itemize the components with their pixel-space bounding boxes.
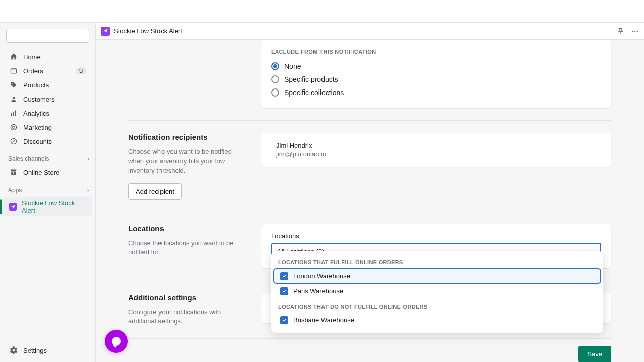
dropdown-group-heading: LOCATIONS THAT FULFILL ONLINE ORDERS [271,256,603,268]
recipients-desc: Choose who you want to be notified when … [128,147,249,176]
global-topbar [0,0,644,23]
nav-label: Orders [23,67,43,75]
location-option-brisbane[interactable]: Brisbane Warehouse [273,313,601,328]
locations-field-label: Locations [271,232,601,240]
home-icon [9,52,18,61]
svg-rect-3 [13,112,14,116]
chevron-right-icon: › [87,187,89,194]
locations-title: Locations [128,224,249,233]
nav-discounts[interactable]: Discounts [3,135,92,148]
nav-home[interactable]: Home [3,50,92,63]
svg-rect-0 [11,69,16,73]
dropdown-group-heading: LOCATIONS THAT DO NOT FULFILL ONLINE ORD… [271,301,603,313]
svg-rect-2 [11,113,12,116]
orders-icon [9,66,18,75]
svg-point-8 [632,30,633,31]
radio-label: Specific collections [284,88,344,97]
marketing-icon [9,123,18,132]
svg-point-5 [11,124,16,130]
location-label: London Warehouse [293,272,350,280]
nav-label: Online Store [23,169,59,176]
checkbox-checked-icon [280,287,288,295]
pin-icon[interactable] [617,27,625,35]
nav-label: Settings [23,347,47,354]
store-icon [9,168,18,177]
sidebar: Home Orders 9 Products Customers Analyti… [0,23,96,362]
products-icon [9,80,18,89]
nav-customers[interactable]: Customers [3,93,92,106]
nav-label: Home [23,53,41,61]
app-icon [9,203,17,211]
nav-label: Customers [23,96,55,103]
sales-channels-heading[interactable]: Sales channels › [0,148,95,165]
section-recipients: Notification recipients Choose who you w… [128,121,611,212]
nav-online-store[interactable]: Online Store [3,166,92,179]
analytics-icon [9,109,18,118]
apps-heading[interactable]: Apps › [0,179,95,197]
location-label: Paris Warehouse [293,287,343,295]
radio-specific-products[interactable]: Specific products [271,73,601,86]
discounts-icon [9,137,18,146]
more-icon[interactable] [631,27,639,35]
nav-label: Stockie Low Stock Alert [22,199,86,214]
chat-widget[interactable] [105,330,128,353]
nav-label: Discounts [23,138,52,145]
nav-analytics[interactable]: Analytics [3,107,92,120]
additional-desc: Configure your notifications with additi… [128,308,249,327]
app-titlebar: Stockie Low Stock Alert [96,23,644,40]
section-locations: Locations Choose the locations you want … [128,212,611,281]
add-recipient-button[interactable]: Add recipient [128,183,182,200]
recipient-email: jimi@plutonian.io [276,150,601,158]
locations-desc: Choose the locations you want to be noti… [128,239,249,258]
section-exclude: EXCLUDE FROM THIS NOTIFICATION None Spec… [128,40,611,121]
customers-icon [9,95,18,104]
nav-marketing[interactable]: Marketing [3,121,92,134]
search-input[interactable] [6,29,89,43]
gear-icon [9,346,18,355]
nav-app-stockie[interactable]: Stockie Low Stock Alert [3,197,92,216]
location-label: Brisbane Warehouse [293,316,354,324]
svg-point-10 [637,30,638,31]
radio-icon [271,88,279,97]
location-option-london[interactable]: London Warehouse [273,268,601,284]
svg-rect-4 [15,110,16,116]
radio-label: Specific products [284,75,338,83]
radio-none[interactable]: None [271,60,601,73]
nav-products[interactable]: Products [3,78,92,92]
locations-dropdown: LOCATIONS THAT FULFILL ONLINE ORDERS Lon… [271,251,603,333]
location-option-paris[interactable]: Paris Warehouse [273,284,601,299]
nav-settings[interactable]: Settings [3,344,92,357]
recipient-name: Jimi Hendrix [276,142,601,149]
nav-label: Analytics [23,110,49,117]
nav-orders[interactable]: Orders 9 [3,64,92,77]
radio-label: None [284,62,301,70]
save-button[interactable]: Save [578,346,611,362]
radio-icon [271,75,279,83]
svg-point-1 [13,97,15,99]
nav-label: Products [23,81,49,89]
app-title: Stockie Low Stock Alert [114,27,182,35]
chat-icon [112,337,121,346]
nav-label: Marketing [23,124,52,131]
additional-title: Additional settings [128,293,249,302]
svg-point-9 [634,30,635,31]
checkbox-checked-icon [280,272,288,280]
recipient-card[interactable]: Jimi Hendrix jimi@plutonian.io [261,133,611,167]
checkbox-checked-icon [280,316,288,324]
svg-point-6 [13,126,15,129]
exclude-heading: EXCLUDE FROM THIS NOTIFICATION [271,49,601,55]
radio-icon [271,62,279,70]
radio-specific-collections[interactable]: Specific collections [271,86,601,99]
chevron-right-icon: › [87,155,89,162]
orders-badge: 9 [76,67,86,74]
recipients-title: Notification recipients [128,133,249,141]
app-logo-icon [101,27,110,36]
